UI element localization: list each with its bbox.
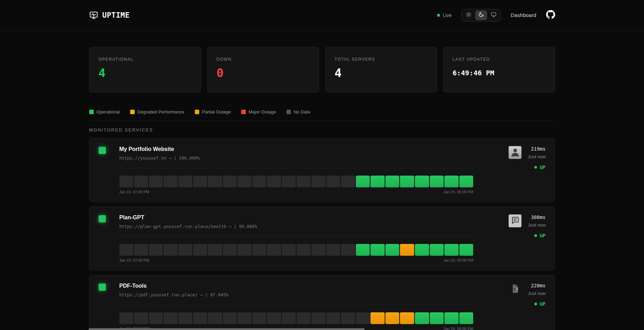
uptime-bar-segment-none	[119, 176, 134, 187]
uptime-bar-segment-none	[341, 244, 355, 256]
legend-item: No Data	[286, 109, 310, 115]
dashboard-link[interactable]: Dashboard	[511, 12, 536, 18]
service-url-link[interactable]: https://plan-gpt.youssef.run.place/healt…	[119, 224, 474, 229]
stats-grid: OPERATIONAL 4 DOWN 0 TOTAL SERVERS 4 LAS…	[89, 47, 555, 92]
chat-favicon-icon	[511, 216, 519, 226]
uptime-bar-segment-none	[208, 176, 222, 187]
bar-range-end: Jan 20, 06:00 PM	[443, 258, 473, 262]
service-name: Plan-GPT	[119, 214, 474, 221]
github-link[interactable]	[546, 10, 555, 20]
uptime-bar-segment-up	[430, 312, 444, 324]
uptime-bar-segment-none	[296, 244, 311, 256]
svg-text:PDF: PDF	[512, 287, 517, 290]
app-title: UPTIME	[102, 11, 130, 19]
uptime-bar-segment-up	[415, 176, 429, 187]
operational-square-icon	[99, 284, 106, 291]
services-list: My Portfolio Website https://youssef.tn …	[89, 138, 555, 330]
theme-system-button[interactable]	[488, 10, 500, 20]
uptime-bar-segment-up	[430, 244, 444, 256]
url-separator: |	[205, 292, 208, 297]
legend-swatch	[130, 110, 135, 114]
bar-range-end: Jan 20, 06:00 PM	[443, 327, 473, 330]
uptime-bar-segment-up	[430, 176, 444, 187]
service-status-badge: UP	[528, 164, 545, 170]
up-status-label: UP	[540, 233, 546, 238]
stat-card-last-updated: LAST UPDATED 6:49:46 PM	[443, 47, 555, 92]
uptime-bar-segment-up	[444, 312, 459, 324]
portrait-favicon-icon	[510, 147, 520, 159]
status-legend: Operational Degraded Performance Partial…	[89, 109, 555, 115]
service-status-icon	[99, 214, 119, 222]
stat-value-total-servers: 4	[335, 67, 428, 79]
service-divider	[119, 305, 474, 305]
pdf-favicon-icon: PDF	[510, 284, 520, 295]
section-title: MONITORED SERVICES	[89, 127, 555, 133]
service-response-time: 308ms	[528, 214, 545, 220]
up-status-dot	[534, 166, 537, 169]
horizontal-scrollbar-thumb[interactable]	[89, 328, 365, 330]
theme-light-button[interactable]	[463, 10, 475, 20]
service-last-check: Just now	[528, 291, 545, 296]
app-logo[interactable]: UPTIME	[89, 11, 130, 20]
uptime-bar-segment-none	[164, 176, 178, 187]
service-card: Plan-GPT https://plan-gpt.youssef.run.pl…	[89, 206, 555, 270]
up-status-label: UP	[540, 301, 546, 307]
uptime-history-bar	[119, 312, 474, 324]
external-link-arrow-icon: →	[200, 292, 203, 297]
live-status-dot	[437, 14, 440, 17]
service-card: My Portfolio Website https://youssef.tn …	[89, 138, 555, 202]
uptime-bar-segment-none	[326, 244, 341, 256]
stat-card-operational: OPERATIONAL 4	[89, 47, 201, 92]
service-url: https://pdf.youssef.run.place/	[119, 292, 198, 297]
github-icon	[546, 10, 555, 20]
uptime-bar-segment-none	[119, 244, 134, 256]
service-last-check: Just now	[528, 154, 545, 159]
legend-label: Degraded Performance	[137, 109, 184, 115]
uptime-bar-segment-partial	[400, 312, 414, 324]
service-url-link[interactable]: https://youssef.tn → | 100.000%	[119, 155, 474, 161]
service-favicon: PDF	[509, 283, 521, 296]
uptime-bar-segment-none	[134, 312, 148, 324]
bar-range-start: Jan 19, 07:00 PM	[119, 190, 149, 194]
uptime-bar-segment-up	[370, 244, 385, 256]
stat-value-last-updated: 6:49:46 PM	[453, 69, 546, 76]
uptime-bar-segment-partial	[400, 244, 414, 256]
service-response-time: 228ms	[528, 283, 545, 288]
uptime-bar-segment-up	[385, 176, 400, 187]
service-response-time: 219ms	[528, 146, 545, 152]
live-indicator: Live	[437, 12, 452, 18]
uptime-bar-segment-none	[193, 176, 207, 187]
legend-item: Major Outage	[241, 109, 276, 115]
service-url: https://plan-gpt.youssef.run.place/healt…	[119, 224, 227, 229]
uptime-bar-segment-none	[296, 176, 311, 187]
uptime-bar-segment-none	[311, 244, 326, 256]
uptime-bar-segment-none	[149, 244, 163, 256]
stat-value-operational: 4	[99, 67, 192, 79]
uptime-bar-segment-up	[415, 312, 429, 324]
legend-item: Partial Outage	[195, 109, 231, 115]
uptime-bar-segment-up	[356, 244, 370, 256]
uptime-bar-segment-up	[459, 244, 474, 256]
uptime-bar-segment-up	[459, 176, 474, 187]
service-status-icon	[99, 283, 119, 291]
uptime-bar-segment-none	[341, 176, 355, 187]
uptime-bar-segment-up	[444, 176, 459, 187]
service-uptime-percentage: 99.866%	[239, 224, 257, 229]
uptime-bar-segment-none	[311, 176, 326, 187]
uptime-bar-segment-none	[178, 312, 193, 324]
url-separator: |	[174, 155, 177, 161]
uptime-bar-segment-none	[311, 312, 326, 324]
legend-swatch	[195, 110, 199, 114]
stat-label: OPERATIONAL	[99, 57, 192, 62]
service-last-check: Just now	[528, 222, 545, 228]
theme-dark-button[interactable]	[475, 10, 487, 20]
operational-square-icon	[99, 147, 106, 154]
legend-label: Operational	[97, 109, 120, 115]
service-url-link[interactable]: https://pdf.youssef.run.place/ → | 97.04…	[119, 292, 474, 297]
uptime-bar-segment-none	[164, 312, 178, 324]
uptime-bar-segment-none	[178, 176, 193, 187]
uptime-history-bar	[119, 244, 474, 256]
uptime-bar-segment-up	[444, 244, 459, 256]
service-url: https://youssef.tn	[119, 155, 166, 161]
uptime-bar-segment-none	[208, 312, 222, 324]
